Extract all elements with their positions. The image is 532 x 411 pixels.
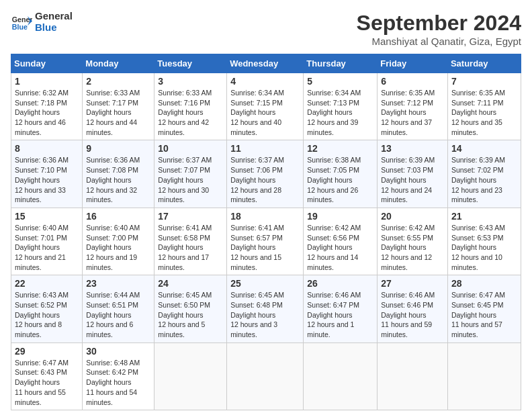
day-number: 16 xyxy=(86,211,150,222)
calendar-cell: 30 Sunrise: 6:48 AM Sunset: 6:42 PM Dayl… xyxy=(83,342,154,410)
calendar-cell: 28 Sunrise: 6:47 AM Sunset: 6:45 PM Dayl… xyxy=(447,275,521,342)
calendar-cell: 18 Sunrise: 6:41 AM Sunset: 6:57 PM Dayl… xyxy=(227,208,304,275)
day-number: 30 xyxy=(86,346,150,357)
day-number: 12 xyxy=(307,143,373,154)
calendar-cell: 17 Sunrise: 6:41 AM Sunset: 6:58 PM Dayl… xyxy=(154,208,227,275)
calendar-cell: 14 Sunrise: 6:39 AM Sunset: 7:02 PM Dayl… xyxy=(447,140,521,208)
day-number: 21 xyxy=(451,211,517,222)
col-wednesday: Wednesday xyxy=(227,54,304,73)
calendar-cell xyxy=(378,342,448,410)
calendar-cell: 13 Sunrise: 6:39 AM Sunset: 7:03 PM Dayl… xyxy=(378,140,448,208)
calendar-week-row: 15 Sunrise: 6:40 AM Sunset: 7:01 PM Dayl… xyxy=(11,208,521,275)
day-info: Sunrise: 6:44 AM Sunset: 6:51 PM Dayligh… xyxy=(86,290,150,339)
day-number: 28 xyxy=(451,278,517,289)
calendar-cell: 25 Sunrise: 6:45 AM Sunset: 6:48 PM Dayl… xyxy=(227,275,304,342)
page-header: General Blue General Blue September 2024… xyxy=(11,11,521,47)
calendar-cell: 16 Sunrise: 6:40 AM Sunset: 7:00 PM Dayl… xyxy=(83,208,154,275)
day-number: 10 xyxy=(158,143,223,154)
calendar-cell: 9 Sunrise: 6:36 AM Sunset: 7:08 PM Dayli… xyxy=(83,140,154,208)
day-info: Sunrise: 6:42 AM Sunset: 6:55 PM Dayligh… xyxy=(381,223,444,272)
day-number: 4 xyxy=(230,76,300,87)
calendar-cell: 3 Sunrise: 6:33 AM Sunset: 7:16 PM Dayli… xyxy=(154,73,227,140)
day-number: 13 xyxy=(381,143,444,154)
day-number: 15 xyxy=(15,211,79,222)
calendar-cell: 23 Sunrise: 6:44 AM Sunset: 6:51 PM Dayl… xyxy=(83,275,154,342)
calendar-cell: 24 Sunrise: 6:45 AM Sunset: 6:50 PM Dayl… xyxy=(154,275,227,342)
day-info: Sunrise: 6:40 AM Sunset: 7:00 PM Dayligh… xyxy=(86,223,150,272)
day-number: 2 xyxy=(86,76,150,87)
calendar-cell: 2 Sunrise: 6:33 AM Sunset: 7:17 PM Dayli… xyxy=(83,73,154,140)
day-info: Sunrise: 6:32 AM Sunset: 7:18 PM Dayligh… xyxy=(15,88,79,137)
calendar-cell xyxy=(154,342,227,410)
title-block: September 2024 Manshiyat al Qanatir, Giz… xyxy=(357,11,521,47)
day-info: Sunrise: 6:41 AM Sunset: 6:57 PM Dayligh… xyxy=(230,223,300,272)
day-info: Sunrise: 6:48 AM Sunset: 6:42 PM Dayligh… xyxy=(86,358,150,407)
day-info: Sunrise: 6:42 AM Sunset: 6:56 PM Dayligh… xyxy=(307,223,373,272)
calendar-cell: 19 Sunrise: 6:42 AM Sunset: 6:56 PM Dayl… xyxy=(304,208,378,275)
day-info: Sunrise: 6:41 AM Sunset: 6:58 PM Dayligh… xyxy=(158,223,223,272)
logo-icon: General Blue xyxy=(11,11,32,33)
calendar-cell: 26 Sunrise: 6:46 AM Sunset: 6:47 PM Dayl… xyxy=(304,275,378,342)
logo-line1: General xyxy=(35,11,73,22)
calendar-cell: 29 Sunrise: 6:47 AM Sunset: 6:43 PM Dayl… xyxy=(11,342,83,410)
logo-line2: Blue xyxy=(35,22,73,34)
day-info: Sunrise: 6:33 AM Sunset: 7:16 PM Dayligh… xyxy=(158,88,223,137)
day-info: Sunrise: 6:39 AM Sunset: 7:02 PM Dayligh… xyxy=(451,155,517,204)
calendar-cell: 7 Sunrise: 6:35 AM Sunset: 7:11 PM Dayli… xyxy=(447,73,521,140)
day-number: 3 xyxy=(158,76,223,87)
month-title: September 2024 xyxy=(357,11,521,36)
day-info: Sunrise: 6:36 AM Sunset: 7:08 PM Dayligh… xyxy=(86,155,150,204)
day-info: Sunrise: 6:39 AM Sunset: 7:03 PM Dayligh… xyxy=(381,155,444,204)
day-number: 17 xyxy=(158,211,223,222)
calendar-cell: 11 Sunrise: 6:37 AM Sunset: 7:06 PM Dayl… xyxy=(227,140,304,208)
logo: General Blue General Blue xyxy=(11,11,73,33)
day-number: 14 xyxy=(451,143,517,154)
day-info: Sunrise: 6:46 AM Sunset: 6:46 PM Dayligh… xyxy=(381,290,444,339)
day-number: 22 xyxy=(15,278,79,289)
day-info: Sunrise: 6:34 AM Sunset: 7:13 PM Dayligh… xyxy=(307,88,373,137)
day-info: Sunrise: 6:33 AM Sunset: 7:17 PM Dayligh… xyxy=(86,88,150,137)
calendar-cell: 15 Sunrise: 6:40 AM Sunset: 7:01 PM Dayl… xyxy=(11,208,83,275)
col-friday: Friday xyxy=(378,54,448,73)
day-info: Sunrise: 6:35 AM Sunset: 7:11 PM Dayligh… xyxy=(451,88,517,137)
day-info: Sunrise: 6:46 AM Sunset: 6:47 PM Dayligh… xyxy=(307,290,373,339)
col-sunday: Sunday xyxy=(11,54,83,73)
location-subtitle: Manshiyat al Qanatir, Giza, Egypt xyxy=(357,36,521,47)
day-info: Sunrise: 6:43 AM Sunset: 6:52 PM Dayligh… xyxy=(15,290,79,339)
calendar-cell: 12 Sunrise: 6:38 AM Sunset: 7:05 PM Dayl… xyxy=(304,140,378,208)
day-info: Sunrise: 6:35 AM Sunset: 7:12 PM Dayligh… xyxy=(381,88,444,137)
header-row: Sunday Monday Tuesday Wednesday Thursday… xyxy=(11,54,521,73)
col-monday: Monday xyxy=(83,54,154,73)
calendar-cell: 21 Sunrise: 6:43 AM Sunset: 6:53 PM Dayl… xyxy=(447,208,521,275)
svg-text:Blue: Blue xyxy=(12,22,28,30)
calendar-cell: 20 Sunrise: 6:42 AM Sunset: 6:55 PM Dayl… xyxy=(378,208,448,275)
day-info: Sunrise: 6:37 AM Sunset: 7:07 PM Dayligh… xyxy=(158,155,223,204)
day-number: 25 xyxy=(230,278,300,289)
day-info: Sunrise: 6:34 AM Sunset: 7:15 PM Dayligh… xyxy=(230,88,300,137)
calendar-cell: 22 Sunrise: 6:43 AM Sunset: 6:52 PM Dayl… xyxy=(11,275,83,342)
day-info: Sunrise: 6:38 AM Sunset: 7:05 PM Dayligh… xyxy=(307,155,373,204)
day-info: Sunrise: 6:36 AM Sunset: 7:10 PM Dayligh… xyxy=(15,155,79,204)
day-number: 9 xyxy=(86,143,150,154)
calendar-cell: 6 Sunrise: 6:35 AM Sunset: 7:12 PM Dayli… xyxy=(378,73,448,140)
calendar-table: Sunday Monday Tuesday Wednesday Thursday… xyxy=(11,54,521,410)
calendar-week-row: 8 Sunrise: 6:36 AM Sunset: 7:10 PM Dayli… xyxy=(11,140,521,208)
calendar-week-row: 29 Sunrise: 6:47 AM Sunset: 6:43 PM Dayl… xyxy=(11,342,521,410)
day-number: 19 xyxy=(307,211,373,222)
calendar-cell xyxy=(227,342,304,410)
day-number: 7 xyxy=(451,76,517,87)
day-number: 1 xyxy=(15,76,79,87)
day-number: 20 xyxy=(381,211,444,222)
day-number: 26 xyxy=(307,278,373,289)
day-number: 8 xyxy=(15,143,79,154)
day-info: Sunrise: 6:47 AM Sunset: 6:43 PM Dayligh… xyxy=(15,358,79,407)
day-number: 27 xyxy=(381,278,444,289)
col-saturday: Saturday xyxy=(447,54,521,73)
calendar-cell: 5 Sunrise: 6:34 AM Sunset: 7:13 PM Dayli… xyxy=(304,73,378,140)
day-number: 29 xyxy=(15,346,79,357)
day-info: Sunrise: 6:47 AM Sunset: 6:45 PM Dayligh… xyxy=(451,290,517,339)
calendar-cell: 8 Sunrise: 6:36 AM Sunset: 7:10 PM Dayli… xyxy=(11,140,83,208)
day-number: 24 xyxy=(158,278,223,289)
calendar-cell xyxy=(447,342,521,410)
calendar-cell: 4 Sunrise: 6:34 AM Sunset: 7:15 PM Dayli… xyxy=(227,73,304,140)
